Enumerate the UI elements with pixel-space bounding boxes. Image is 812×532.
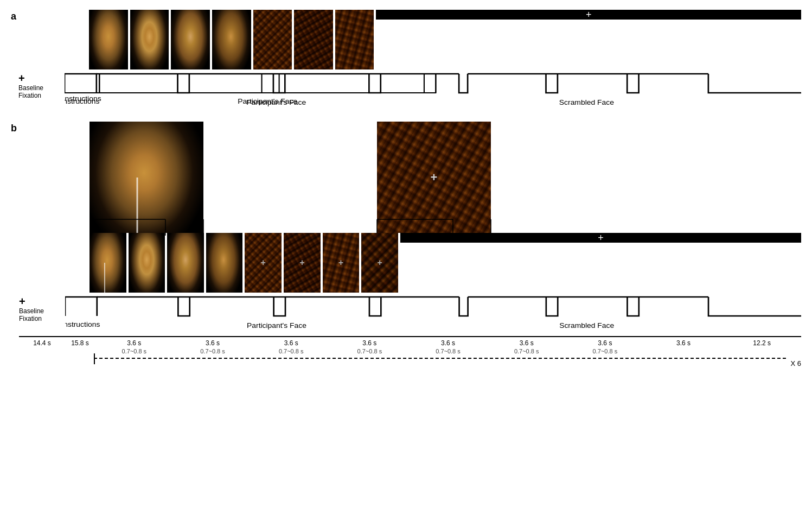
fixation-image-a: + <box>376 10 801 20</box>
svg-text:Scrambled Face: Scrambled Face <box>559 321 614 329</box>
baseline-fixation-b: + BaselineFixation <box>19 294 65 323</box>
scrambled-image-b1: + <box>245 233 282 293</box>
scrambled-image-a2 <box>294 10 333 69</box>
plus-symbol-a: + <box>18 73 25 84</box>
scrambled-image-a1 <box>253 10 292 69</box>
label-a: a <box>11 11 16 22</box>
timing-cell-f1: 3.6 s 0.7~0.8 s <box>95 339 174 354</box>
svg-text:Participant's Face: Participant's Face <box>247 321 306 329</box>
timing-cell-end: 12.2 s <box>723 339 801 354</box>
timing-cell-s1: 3.6 s 0.7~0.8 s <box>409 339 488 354</box>
timeline-a: + BaselineFixation Instructions <box>18 71 801 112</box>
timing-cell-s4: 3.6 s <box>644 339 723 354</box>
face-image-b3 <box>167 233 204 293</box>
fixation-image-b: + <box>400 233 801 243</box>
face-image-a1 <box>89 10 128 69</box>
svg-text:Instructions: Instructions <box>65 320 100 328</box>
section-a: a <box>11 10 801 112</box>
scrambled-image-b2: + <box>284 233 321 293</box>
image-strip-b: + + + + + <box>89 233 801 293</box>
zoom-face-image <box>89 122 203 233</box>
dashed-row: X 6 <box>19 358 801 369</box>
section-b: b + <box>11 122 801 369</box>
plus-symbol-b: + <box>19 296 25 307</box>
svg-text:Instructions: Instructions <box>65 97 100 105</box>
timing-cell-1: 14.4 s <box>19 339 65 347</box>
crosshair-plus-b: + <box>598 233 604 243</box>
baseline-label-b: BaselineFixation <box>19 307 44 323</box>
svg-text:Scrambled Face: Scrambled Face <box>559 98 614 106</box>
label-b: b <box>11 123 17 134</box>
zoom-scrambled-image: + <box>377 122 491 233</box>
section-divider <box>11 117 801 122</box>
face-image-a2 <box>130 10 169 69</box>
dashed-line <box>94 358 786 369</box>
scrambled-image-b3: + <box>323 233 360 293</box>
face-image-b1 <box>89 233 126 293</box>
timing-cell-f3: 3.6 s 0.7~0.8 s <box>252 339 330 354</box>
face-image-b2 <box>129 233 165 293</box>
timing-cell-f2: 3.6 s 0.7~0.8 s <box>174 339 252 354</box>
timeline-b: + BaselineFixation Instructions Particip… <box>19 294 801 335</box>
scrambled-image-a3 <box>335 10 374 69</box>
x6-label: X 6 <box>790 359 801 368</box>
crosshair-plus: + <box>586 10 592 20</box>
timing-cell-2: 15.8 s <box>65 339 95 347</box>
scrambled-image-b4: + <box>361 233 398 293</box>
image-strip-a: + <box>89 10 801 69</box>
face-image-a3 <box>171 10 210 69</box>
baseline-label-a: BaselineFixation <box>18 84 43 100</box>
face-image-a4 <box>212 10 251 69</box>
timing-row: 14.4 s 15.8 s 3.6 s 0.7~0.8 s 3.6 s 0. <box>19 336 801 354</box>
svg-text:Participant's Face: Participant's Face <box>246 98 306 106</box>
timing-cell-s3: 3.6 s 0.7~0.8 s <box>566 339 644 354</box>
zoom-images-row: + <box>89 122 801 236</box>
timeline-svg-a: Instructions Participant's Face <box>65 71 801 114</box>
timing-cell-f4: 3.6 s 0.7~0.8 s <box>330 339 409 354</box>
face-image-b4 <box>206 233 243 293</box>
main-container: a <box>0 0 812 374</box>
baseline-fixation-a: + BaselineFixation <box>18 71 65 100</box>
timing-cells-face: 3.6 s 0.7~0.8 s 3.6 s 0.7~0.8 s 3.6 s 0.… <box>95 339 801 354</box>
timing-cell-s2: 3.6 s 0.7~0.8 s <box>487 339 566 354</box>
